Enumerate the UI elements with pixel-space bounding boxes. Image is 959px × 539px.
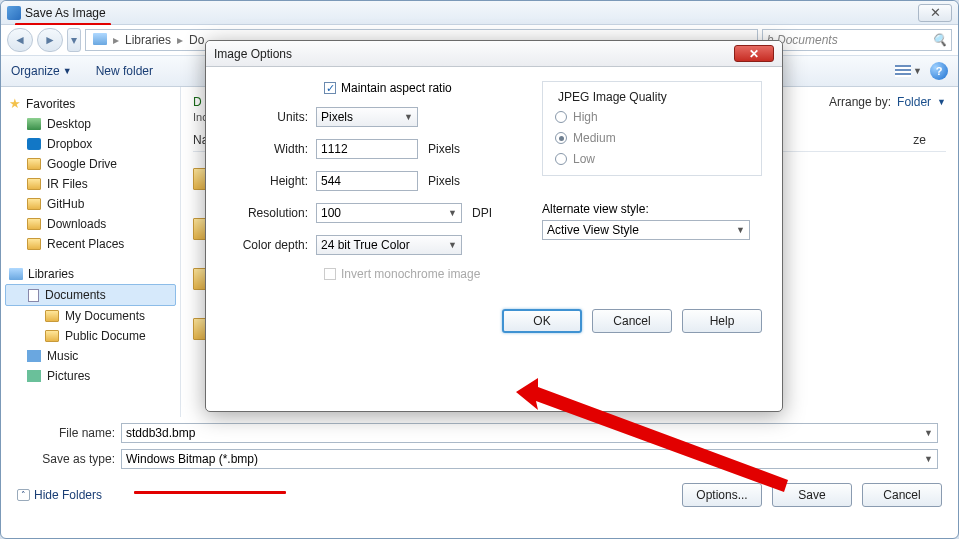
folder-icon	[27, 158, 41, 170]
search-icon: 🔍	[932, 33, 947, 47]
width-unit: Pixels	[428, 142, 460, 156]
nav-forward-button[interactable]: ►	[37, 28, 63, 52]
chevron-right-icon: ▸	[110, 33, 122, 47]
sidebar-item-label: Dropbox	[47, 137, 92, 151]
dialog-title: Image Options	[214, 47, 734, 61]
breadcrumb-libraries[interactable]: Libraries	[122, 33, 174, 47]
chevron-down-icon: ▼	[937, 97, 946, 107]
libraries-icon	[9, 268, 23, 280]
invert-mono-label: Invert monochrome image	[341, 267, 480, 281]
chevron-down-icon: ▼	[63, 66, 72, 76]
sidebar-item-dropbox[interactable]: Dropbox	[5, 134, 176, 154]
save-button[interactable]: Save	[772, 483, 852, 507]
maintain-aspect-label: Maintain aspect ratio	[341, 81, 452, 95]
hide-folders-button[interactable]: ˄ Hide Folders	[17, 488, 102, 502]
sidebar-item-label: IR Files	[47, 177, 88, 191]
sidebar-item-google-drive[interactable]: Google Drive	[5, 154, 176, 174]
pic-icon	[27, 370, 41, 382]
favorites-section[interactable]: ★Favorites	[5, 93, 176, 114]
favorites-list: DesktopDropboxGoogle DriveIR FilesGitHub…	[5, 114, 176, 254]
sidebar-item-public-docume[interactable]: Public Docume	[5, 326, 176, 346]
sidebar-item-label: GitHub	[47, 197, 84, 211]
sidebar-item-downloads[interactable]: Downloads	[5, 214, 176, 234]
folder-icon	[27, 238, 41, 250]
colordepth-combo[interactable]: 24 bit True Color▼	[316, 235, 462, 255]
view-options-button[interactable]: ▼	[895, 65, 922, 77]
file-name-input[interactable]: stddb3d.bmp▼	[121, 423, 938, 443]
jpeg-low-radio: Low	[555, 152, 749, 166]
sidebar-item-label: Music	[47, 349, 78, 363]
dialog-close-button[interactable]: ✕	[734, 45, 774, 62]
image-options-dialog: Image Options ✕ ✓ Maintain aspect ratio …	[205, 40, 783, 412]
invert-mono-checkbox: ✓	[324, 268, 336, 280]
libraries-list: DocumentsMy DocumentsPublic DocumeMusicP…	[5, 284, 176, 386]
jpeg-medium-radio: Medium	[555, 131, 749, 145]
resolution-label: Resolution:	[226, 206, 316, 220]
sidebar-item-label: Public Docume	[65, 329, 146, 343]
file-name-label: File name:	[21, 426, 121, 440]
help-icon[interactable]: ?	[930, 62, 948, 80]
folder-icon	[27, 198, 41, 210]
sidebar-item-my-documents[interactable]: My Documents	[5, 306, 176, 326]
sidebar-item-label: Recent Places	[47, 237, 124, 251]
folder-icon	[45, 310, 59, 322]
resolution-combo[interactable]: 100▼	[316, 203, 462, 223]
alt-view-label: Alternate view style:	[542, 202, 762, 216]
sidebar-item-documents[interactable]: Documents	[5, 284, 176, 306]
sidebar-item-pictures[interactable]: Pictures	[5, 366, 176, 386]
chevron-down-icon: ▼	[924, 428, 933, 438]
star-icon: ★	[9, 96, 21, 111]
folder-icon	[27, 218, 41, 230]
libraries-section[interactable]: Libraries	[5, 264, 176, 284]
chevron-down-icon: ▼	[448, 240, 457, 250]
drop-icon	[27, 138, 41, 150]
chevron-up-icon: ˄	[17, 489, 30, 501]
help-button[interactable]: Help	[682, 309, 762, 333]
nav-back-button[interactable]: ◄	[7, 28, 33, 52]
sidebar-item-label: Documents	[45, 288, 106, 302]
sidebar-item-recent-places[interactable]: Recent Places	[5, 234, 176, 254]
options-button[interactable]: Options...	[682, 483, 762, 507]
breadcrumb-icon	[90, 33, 110, 48]
content-title: D	[193, 95, 202, 109]
width-input[interactable]: 1112	[316, 139, 418, 159]
jpeg-quality-fieldset: JPEG Image Quality High Medium Low	[542, 81, 762, 176]
jpeg-high-radio: High	[555, 110, 749, 124]
dialog-titlebar: Image Options ✕	[206, 41, 782, 67]
nav-history-button[interactable]: ▾	[67, 28, 81, 52]
units-label: Units:	[226, 110, 316, 124]
sidebar-item-github[interactable]: GitHub	[5, 194, 176, 214]
footer: ˄ Hide Folders Options... Save Cancel	[1, 475, 958, 515]
dialog-cancel-button[interactable]: Cancel	[592, 309, 672, 333]
alt-view-combo[interactable]: Active View Style▼	[542, 220, 750, 240]
new-folder-button[interactable]: New folder	[96, 64, 153, 78]
sidebar-item-label: Google Drive	[47, 157, 117, 171]
chevron-down-icon: ▼	[404, 112, 413, 122]
save-type-label: Save as type:	[21, 452, 121, 466]
window-close-button[interactable]: ✕	[918, 4, 952, 22]
column-size[interactable]: ze	[913, 133, 926, 147]
save-fields: File name: stddb3d.bmp▼ Save as type: Wi…	[1, 417, 958, 469]
sidebar-item-label: Desktop	[47, 117, 91, 131]
save-type-combo[interactable]: Windows Bitmap (*.bmp)▼	[121, 449, 938, 469]
chevron-down-icon: ▼	[736, 225, 745, 235]
arrange-by[interactable]: Arrange by: Folder ▼	[829, 95, 946, 109]
colordepth-label: Color depth:	[226, 238, 316, 252]
sidebar-item-desktop[interactable]: Desktop	[5, 114, 176, 134]
sidebar-item-music[interactable]: Music	[5, 346, 176, 366]
ok-button[interactable]: OK	[502, 309, 582, 333]
doc-icon	[28, 289, 39, 302]
units-combo[interactable]: Pixels▼	[316, 107, 418, 127]
search-input[interactable]: h Documents 🔍	[762, 29, 952, 51]
sidebar-item-ir-files[interactable]: IR Files	[5, 174, 176, 194]
app-icon	[7, 6, 21, 20]
annotation-redline-savetype	[134, 491, 286, 494]
height-unit: Pixels	[428, 174, 460, 188]
height-input[interactable]: 544	[316, 171, 418, 191]
folder-icon	[27, 178, 41, 190]
cancel-button[interactable]: Cancel	[862, 483, 942, 507]
desktop-icon	[27, 118, 41, 130]
organize-menu[interactable]: Organize▼	[11, 64, 72, 78]
titlebar: Save As Image ✕	[1, 1, 958, 25]
maintain-aspect-checkbox[interactable]: ✓	[324, 82, 336, 94]
